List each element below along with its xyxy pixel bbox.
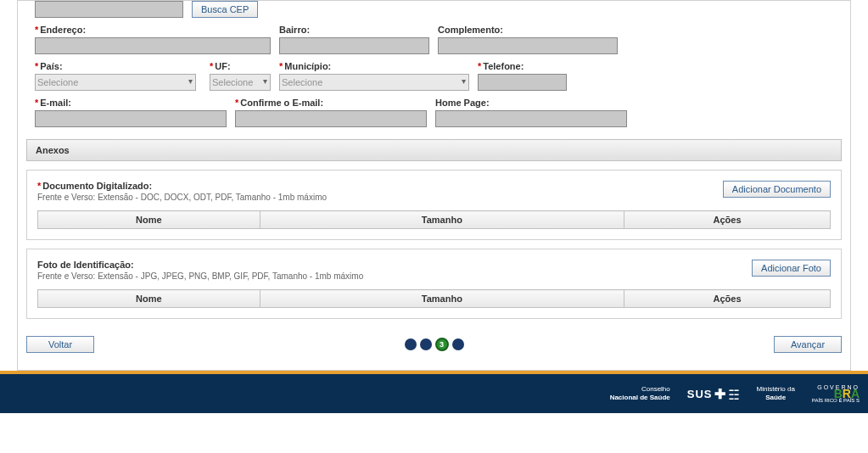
endereco-input[interactable] — [35, 37, 271, 54]
uf-label: *UF: — [210, 61, 271, 71]
documento-box: *Documento Digitalizado: Frente e Verso:… — [26, 170, 842, 240]
voltar-button[interactable]: Voltar — [26, 336, 94, 353]
bairro-input[interactable] — [279, 37, 429, 54]
table-header-tamanho: Tamanho — [260, 290, 624, 308]
homepage-input[interactable] — [435, 110, 627, 127]
table-header-nome: Nome — [38, 211, 260, 229]
table-header-acoes: Ações — [624, 211, 831, 229]
documento-desc: Frente e Verso: Extensão - DOC, DOCX, OD… — [37, 193, 327, 202]
step-indicator: 3 — [405, 338, 464, 351]
step-2[interactable] — [420, 338, 432, 350]
confirme-email-label: *Confirme o E-mail: — [235, 98, 427, 108]
telefone-input[interactable] — [478, 74, 567, 91]
table-header-tamanho: Tamanho — [260, 211, 624, 229]
step-3-active[interactable]: 3 — [435, 338, 449, 351]
bairro-label: Bairro: — [279, 25, 429, 35]
footer-brasil-logo: GOVERNO BRA PAÍS RICO É PAÍS S — [812, 384, 860, 404]
anexos-section-title: Anexos — [26, 139, 842, 161]
footer-cns: Conselho Nacional de Saúde — [610, 385, 670, 401]
adicionar-documento-button[interactable]: Adicionar Documento — [723, 181, 831, 198]
uf-select[interactable]: Selecione — [210, 74, 271, 91]
footer-ministerio: Ministério da Saúde — [757, 385, 795, 401]
cep-input[interactable] — [35, 1, 183, 18]
table-header-acoes: Ações — [624, 290, 831, 308]
email-input[interactable] — [35, 110, 227, 127]
adicionar-foto-button[interactable]: Adicionar Foto — [752, 260, 831, 277]
foto-label: Foto de Identificação: — [37, 260, 363, 270]
table-header-nome: Nome — [38, 290, 260, 308]
confirme-email-input[interactable] — [235, 110, 427, 127]
step-1[interactable] — [405, 338, 417, 350]
homepage-label: Home Page: — [435, 98, 627, 108]
telefone-label: *Telefone: — [478, 61, 567, 71]
foto-box: Foto de Identificação: Frente e Verso: E… — [26, 249, 842, 319]
documento-table: Nome Tamanho Ações — [37, 210, 831, 229]
plus-icon: ✚ — [714, 386, 726, 402]
foto-table: Nome Tamanho Ações — [37, 289, 831, 308]
pais-select[interactable]: Selecione — [35, 74, 196, 91]
pais-label: *País: — [35, 61, 196, 71]
footer: Conselho Nacional de Saúde SUS✚ ▬▬▬▬▬▬ M… — [0, 371, 868, 413]
email-label: *E-mail: — [35, 98, 227, 108]
footer-sus-logo: SUS✚ ▬▬▬▬▬▬ — [687, 386, 740, 402]
complemento-label: Complemento: — [438, 25, 618, 35]
step-4[interactable] — [452, 338, 464, 350]
complemento-input[interactable] — [438, 37, 618, 54]
municipio-select[interactable]: Selecione — [279, 74, 469, 91]
foto-desc: Frente e Verso: Extensão - JPG, JPEG, PN… — [37, 271, 363, 281]
municipio-label: *Município: — [279, 61, 469, 71]
documento-label: *Documento Digitalizado: — [37, 181, 327, 191]
avancar-button[interactable]: Avançar — [774, 336, 842, 353]
endereco-label: *Endereço: — [35, 25, 271, 35]
busca-cep-button[interactable]: Busca CEP — [192, 1, 258, 18]
